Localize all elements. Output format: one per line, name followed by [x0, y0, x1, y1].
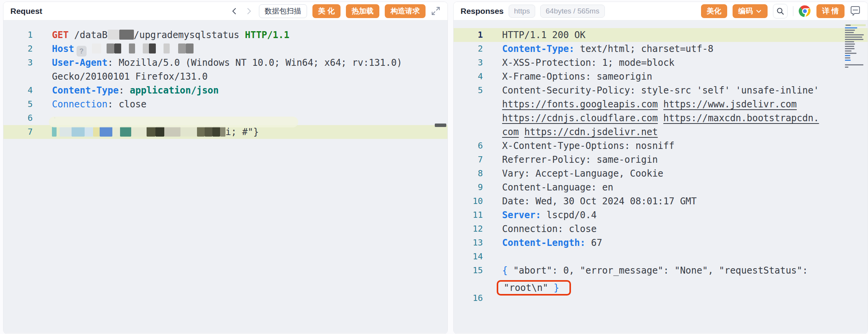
beautify-request-button[interactable]: 美 化 — [312, 4, 341, 18]
minimap-line — [845, 67, 866, 68]
code-segment: X-XSS-Protection: 1; mode=block — [502, 57, 674, 68]
line-text: Vary: Accept-Language, Cookie — [502, 167, 663, 180]
minimap-line — [845, 24, 866, 26]
redacted-blocks — [52, 127, 225, 137]
minimap-line — [845, 55, 866, 56]
code-line[interactable]: 13Content-Length: 67 — [454, 236, 868, 250]
packet-scan-button[interactable]: 数据包扫描 — [259, 4, 307, 18]
line-text: https://fonts.googleapis.com https://www… — [502, 97, 797, 111]
line-number: 14 — [454, 250, 483, 264]
response-editor[interactable]: 1HTTP/1.1 200 OK2Content-Type: text/html… — [454, 20, 868, 333]
line-text: Referrer-Policy: same-origin — [502, 153, 658, 167]
question-badge-icon[interactable]: ? — [77, 46, 87, 57]
annotation-red-box: "root\n" } — [497, 280, 571, 296]
history-back-button[interactable] — [230, 7, 239, 16]
line-text: Server: lscpd/0.4 — [502, 208, 597, 222]
code-segment — [519, 127, 524, 137]
line-number: 8 — [454, 167, 483, 180]
code-line[interactable]: 4Content-Type: application/json — [3, 84, 447, 97]
request-panel: Request 数据包扫描 美 化 热加载 构造请求 — [3, 2, 448, 334]
line-number: 1 — [3, 28, 33, 42]
search-button[interactable] — [773, 4, 788, 18]
code-segment: : close — [108, 99, 147, 110]
code-segment: i; #"} — [225, 127, 259, 137]
fullscreen-icon[interactable] — [431, 6, 441, 16]
line-number: 6 — [454, 139, 483, 153]
code-line[interactable]: com https://cdn.jsdelivr.net — [454, 125, 868, 139]
code-line[interactable]: 1HTTP/1.1 200 OK — [454, 28, 868, 42]
code-line[interactable]: 2Host? — [3, 42, 447, 56]
request-scrollbar-thumb[interactable] — [435, 124, 446, 127]
line-text: · — [52, 111, 57, 125]
code-line[interactable]: 7Referrer-Policy: same-origin — [454, 153, 868, 167]
code-segment: Content-Type — [52, 85, 119, 96]
history-forward-button[interactable] — [244, 7, 254, 16]
code-segment: { — [502, 265, 507, 276]
code-segment: Connection: close — [502, 224, 597, 234]
line-number: 5 — [3, 97, 33, 111]
line-number: 7 — [454, 153, 483, 167]
comment-icon[interactable] — [850, 6, 861, 16]
code-segment: Content-Security-Policy: style-src 'self… — [502, 85, 825, 96]
code-line[interactable]: 12Connection: close — [454, 222, 868, 236]
code-line[interactable]: 9Content-Language: en — [454, 180, 868, 194]
encode-dropdown-button[interactable]: 编码 — [733, 4, 768, 18]
line-number — [454, 125, 483, 139]
code-segment: X-Frame-Options: sameorigin — [502, 71, 652, 82]
code-segment: Server: — [502, 210, 541, 220]
code-line[interactable]: 5Connection: close — [3, 97, 447, 111]
line-text: Date: Wed, 30 Oct 2024 08:01:17 GMT — [502, 194, 697, 208]
code-line[interactable]: 8Vary: Accept-Language, Cookie — [454, 167, 868, 180]
beautify-response-button[interactable]: 美化 — [701, 4, 727, 18]
code-segment: /upgrademysqlstatus — [134, 30, 245, 40]
code-line[interactable]: https://cdnjs.cloudflare.com https://max… — [454, 111, 868, 125]
line-number: 15 — [454, 264, 483, 277]
code-segment: HTTP/1.1 200 OK — [502, 30, 586, 40]
line-text: Connection: close — [502, 222, 597, 236]
hot-reload-button[interactable]: 热加载 — [346, 4, 379, 18]
line-text: X-Frame-Options: sameorigin — [502, 70, 652, 84]
minimap-line — [845, 41, 866, 42]
code-line[interactable]: 6X-Content-Type-Options: nosniff — [454, 139, 868, 153]
code-line[interactable]: Gecko/20100101 Firefox/131.0 — [3, 70, 447, 84]
code-line[interactable]: 1GET /dataB/upgrademysqlstatus HTTP/1.1 — [3, 28, 447, 42]
code-line[interactable]: 3X-XSS-Protection: 1; mode=block — [454, 56, 868, 70]
code-line[interactable]: https://fonts.googleapis.com https://www… — [454, 97, 868, 111]
code-segment: Content-Type: — [502, 43, 574, 54]
request-editor[interactable]: 1GET /dataB/upgrademysqlstatus HTTP/1.12… — [3, 20, 447, 333]
code-segment: lscpd/0.4 — [541, 210, 597, 220]
code-line[interactable]: 7i; #"} — [3, 125, 447, 139]
code-segment: https://maxcdn.bootstrapcdn. — [663, 113, 819, 124]
response-title: Responses — [461, 7, 504, 16]
chrome-icon — [799, 5, 811, 17]
code-line[interactable]: 10Date: Wed, 30 Oct 2024 08:01:17 GMT — [454, 194, 868, 208]
line-number: 13 — [454, 236, 483, 250]
minimap[interactable] — [845, 24, 866, 71]
minimap-line — [845, 57, 866, 58]
code-segment: application/json — [130, 85, 219, 96]
code-line[interactable]: 3User-Agent: Mozilla/5.0 (Windows NT 10.… — [3, 56, 447, 70]
code-line[interactable]: 11Server: lscpd/0.4 — [454, 208, 868, 222]
redacted-blocks — [90, 43, 194, 54]
build-request-button[interactable]: 构造请求 — [385, 4, 426, 18]
line-text: Connection: close — [52, 97, 147, 111]
code-line[interactable]: 4X-Frame-Options: sameorigin — [454, 70, 868, 84]
code-line[interactable]: 2Content-Type: text/html; charset=utf-8 — [454, 42, 868, 56]
line-number: 7 — [3, 125, 33, 139]
code-line[interactable]: 14 — [454, 250, 868, 264]
search-icon — [776, 7, 785, 15]
code-line[interactable]: 6· — [3, 111, 447, 125]
request-title: Request — [10, 7, 42, 16]
open-in-chrome-button[interactable] — [799, 5, 811, 17]
code-line[interactable]: 15{ "abort": 0, "error_message": "None",… — [454, 264, 868, 277]
minimap-line — [845, 43, 866, 45]
details-button[interactable]: 详 情 — [816, 4, 845, 18]
code-segment: GET — [52, 30, 74, 40]
chevron-right-icon — [245, 7, 253, 15]
code-line[interactable]: 5Content-Security-Policy: style-src 'sel… — [454, 84, 868, 97]
minimap-line — [845, 32, 866, 33]
code-segment: https://fonts.googleapis.com — [502, 99, 658, 110]
code-line[interactable]: "root\n" } — [454, 277, 868, 291]
line-text: HTTP/1.1 200 OK — [502, 28, 586, 42]
minimap-line — [845, 34, 866, 35]
